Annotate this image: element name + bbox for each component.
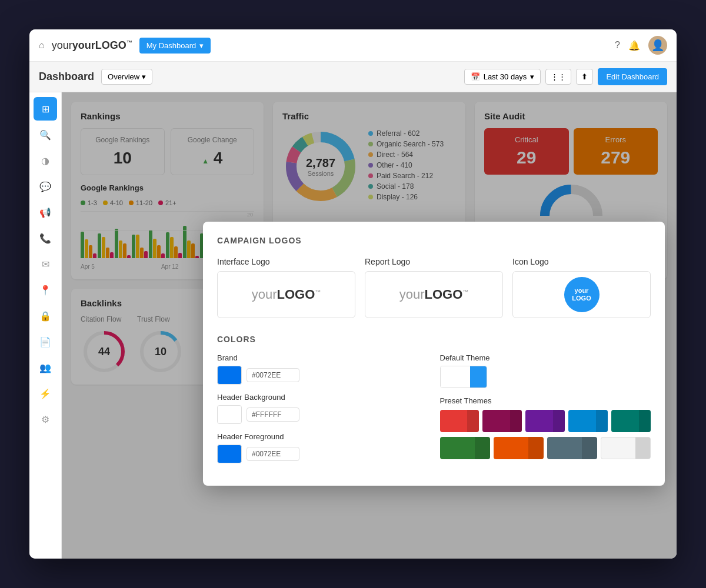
header-fg-code[interactable]: #0072EE [247,447,299,461]
interface-logo-box[interactable]: yourLOGO™ [217,271,355,318]
main-layout: ⊞ 🔍 ◑ 💬 📢 📞 ✉ 📍 🔒 📄 👥 ⚡ ⚙ Rank [29,92,677,559]
campaign-logos-panel: CAMPAIGN LOGOS Interface Logo yourLOGO™ … [203,222,665,486]
default-theme-label: Default Theme [440,353,651,362]
header-fg-row: Header Foreground #0072EE [217,432,428,463]
preset-grid-row1 [440,410,651,432]
colors-section: COLORS Brand #0072EE [217,335,651,472]
preset-purple[interactable] [525,410,565,432]
bell-icon[interactable]: 🔔 [628,40,640,51]
avatar[interactable]: 👤 [648,36,667,55]
colors-title: COLORS [217,335,651,344]
header-bg-swatch[interactable] [217,405,242,424]
brand-label: Brand [217,353,428,362]
sidebar: ⊞ 🔍 ◑ 💬 📢 📞 ✉ 📍 🔒 📄 👥 ⚡ ⚙ [29,92,62,559]
sidebar-item-dashboard[interactable]: ⊞ [34,97,57,121]
preset-teal[interactable] [611,410,651,432]
interface-logo-col: Interface Logo yourLOGO™ [217,257,355,318]
colors-right: Default Theme Preset Themes [440,353,651,472]
help-icon[interactable]: ? [615,40,620,51]
header-fg-swatch[interactable] [217,445,242,463]
header-bg-label: Header Background [217,393,428,402]
sidebar-item-integrations[interactable]: ⚡ [34,382,57,405]
main-content: Rankings Google Rankings 10 Google Chang… [62,92,677,559]
page-title: Dashboard [39,71,94,83]
sidebar-item-settings[interactable]: ⚙ [34,407,57,431]
brand-swatch[interactable] [217,366,242,385]
preset-gray[interactable] [547,437,597,459]
sidebar-item-email[interactable]: ✉ [34,252,57,276]
logos-grid: Interface Logo yourLOGO™ Report Logo you… [217,257,651,318]
preset-blue[interactable] [568,410,608,432]
header-bg-input-row: #FFFFFF [217,405,428,424]
icon-logo-col: Icon Logo yourLOGO [512,257,651,318]
brand-input-row: #0072EE [217,366,428,385]
share-icon-button[interactable]: ⬆ [576,69,593,85]
report-logo-label: Report Logo [365,257,503,266]
sidebar-item-messages[interactable]: 💬 [34,175,57,198]
colors-left: Brand #0072EE Header Background [217,353,428,472]
brand-row: Brand #0072EE [217,353,428,385]
preset-red[interactable] [440,410,479,432]
sidebar-item-calls[interactable]: 📞 [34,226,57,250]
report-logo-col: Report Logo yourLOGO™ [365,257,503,318]
date-range-button[interactable]: 📅 Last 30 days ▾ [464,69,541,85]
top-nav-right: ? 🔔 👤 [615,36,667,55]
sidebar-item-reports[interactable]: 📄 [34,330,57,353]
sidebar-item-campaigns[interactable]: 📢 [34,201,57,224]
swatch-blue [470,366,487,387]
sidebar-item-search[interactable]: 🔍 [34,123,57,146]
default-theme-swatch[interactable] [440,366,487,388]
preset-themes-row: Preset Themes [440,396,651,459]
report-logo-box[interactable]: yourLOGO™ [365,271,503,318]
default-theme-row: Default Theme [440,353,651,388]
interface-logo-display: yourLOGO™ [252,287,321,302]
logo: youryourLOGO™ [52,39,132,52]
sidebar-item-users[interactable]: 👥 [34,356,57,379]
preset-white[interactable] [601,437,651,459]
brand-code[interactable]: #0072EE [247,368,299,382]
interface-logo-label: Interface Logo [217,257,355,266]
overview-button[interactable]: Overview ▾ [101,69,152,85]
sidebar-item-security[interactable]: 🔒 [34,304,57,328]
icon-logo-circle: yourLOGO [564,277,600,312]
columns-icon-button[interactable]: ⋮⋮ [545,69,571,85]
report-logo-display: yourLOGO™ [399,287,469,302]
sub-nav: Dashboard Overview ▾ 📅 Last 30 days ▾ ⋮⋮… [29,62,677,92]
preset-grid-row2 [440,437,651,459]
top-nav: ⌂ youryourLOGO™ My Dashboard ▾ ? 🔔 👤 [29,29,677,62]
preset-green[interactable] [440,437,490,459]
colors-layout: Brand #0072EE Header Background [217,353,651,472]
edit-dashboard-button[interactable]: Edit Dashboard [598,68,667,85]
sidebar-item-analytics[interactable]: ◑ [34,149,57,172]
icon-logo-label: Icon Logo [512,257,651,266]
home-icon[interactable]: ⌂ [39,40,45,51]
preset-orange[interactable] [494,437,544,459]
header-fg-input-row: #0072EE [217,445,428,463]
campaign-logos-title: CAMPAIGN LOGOS [217,236,651,245]
swatch-white [441,366,470,387]
header-fg-label: Header Foreground [217,432,428,441]
preset-themes-label: Preset Themes [440,396,651,405]
my-dashboard-button[interactable]: My Dashboard ▾ [139,38,211,54]
header-bg-code[interactable]: #FFFFFF [247,407,299,422]
icon-logo-box[interactable]: yourLOGO [512,271,651,318]
logos-section: Interface Logo yourLOGO™ Report Logo you… [217,257,651,318]
sidebar-item-location[interactable]: 📍 [34,278,57,302]
header-bg-row: Header Background #FFFFFF [217,393,428,424]
preset-maroon[interactable] [482,410,522,432]
